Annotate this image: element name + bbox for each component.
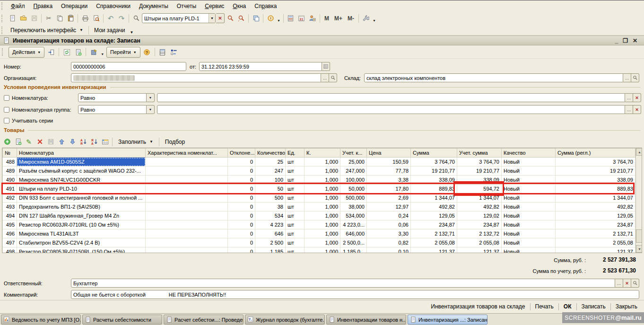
scroll-down-icon[interactable]: ▼	[636, 245, 642, 253]
table-cell[interactable]: шт	[286, 202, 305, 211]
calculator-icon[interactable]	[286, 13, 296, 24]
taskbar-item[interactable]: Расчет себестои...: Проведен	[164, 315, 244, 325]
taskbar-item[interactable]: Расчеты себестоимости	[82, 315, 162, 325]
table-cell[interactable]: шт	[286, 167, 305, 176]
footer-button-2[interactable]: Печать	[531, 302, 558, 311]
table-cell[interactable]: Новый	[502, 176, 556, 184]
table-cell[interactable]: 1,000	[305, 158, 340, 167]
info-icon[interactable]: i	[265, 13, 276, 24]
table-cell[interactable]: 2 055,08	[457, 238, 502, 247]
column-header[interactable]: Характеристика номенклат...	[146, 149, 228, 158]
checkbox-icon[interactable]	[4, 95, 9, 101]
table-cell[interactable]: 3 764,70	[411, 158, 457, 167]
table-cell[interactable]: 646	[255, 229, 286, 238]
ellipsis-button[interactable]: …	[623, 73, 631, 82]
edit-row-icon[interactable]: ✎	[24, 137, 34, 147]
column-header[interactable]: Учет. к...	[340, 149, 367, 158]
table-cell[interactable]: 889,83	[556, 184, 635, 193]
table-cell[interactable]: 234,87	[411, 220, 457, 229]
cut-icon[interactable]: ✂	[44, 13, 54, 24]
table-cell[interactable]: шт	[286, 193, 305, 202]
menu-item-6[interactable]: Отчеты	[173, 1, 200, 11]
clear-button[interactable]: ✕	[633, 105, 641, 114]
table-cell[interactable]: 534,000	[340, 211, 367, 220]
menu-item-4[interactable]: Справочники	[92, 1, 135, 11]
table-cell[interactable]: 646,000	[340, 229, 367, 238]
table-cell[interactable]: 889,83	[411, 184, 457, 193]
fill-grid-icon[interactable]	[100, 137, 110, 147]
table-cell[interactable]: 3 764,70	[457, 158, 502, 167]
table-cell[interactable]: 234,87	[556, 220, 635, 229]
memory-mminus-button[interactable]: M-	[345, 15, 357, 22]
table-cell[interactable]: 0	[228, 158, 255, 167]
warehouse-field[interactable]: склад электронных компонентов …	[364, 73, 639, 82]
table-cell[interactable]: Новый	[502, 167, 556, 176]
table-cell[interactable]: DIN 933 Болт с шестигранной головкой и п…	[17, 193, 146, 202]
add-copy-row-icon[interactable]	[13, 137, 23, 147]
open-icon[interactable]	[18, 13, 28, 24]
date-field[interactable]: 31.12.2016 23:59:59	[199, 62, 330, 71]
calendar-picker-button[interactable]	[322, 62, 330, 71]
table-cell[interactable]: 234,87	[457, 220, 502, 229]
taskbar-item[interactable]: Ведомость по учету МПЗ [О...	[1, 315, 81, 325]
column-header[interactable]: Количество	[255, 149, 286, 158]
table-cell[interactable]: 19 210,77	[457, 167, 502, 176]
table-cell[interactable]	[146, 176, 228, 184]
table-cell[interactable]: 3,38	[367, 176, 411, 184]
clear-button[interactable]: ✕	[623, 279, 631, 288]
menu-item-7[interactable]: Сервис	[200, 1, 228, 11]
table-cell[interactable]: 129,02	[457, 211, 502, 220]
table-row[interactable]: 492DIN 933 Болт с шестигранной головкой …	[3, 193, 635, 202]
goto-button[interactable]: Перейти ▼	[106, 47, 140, 58]
table-cell[interactable]: 1 185,0...	[340, 247, 367, 254]
table-cell[interactable]: 2 132,71	[411, 229, 457, 238]
table-cell[interactable]: 38	[255, 202, 286, 211]
table-cell[interactable]: 2 055,08	[411, 238, 457, 247]
table-cell[interactable]: 25,000	[340, 158, 367, 167]
table-cell[interactable]	[146, 211, 228, 220]
undo-icon[interactable]: ↶	[105, 13, 116, 24]
table-cell[interactable]: Микросхема AM1D-0505SZ	[17, 158, 146, 167]
chevron-down-icon[interactable]: ▼	[147, 93, 155, 102]
table-cell[interactable]: 1,000	[305, 229, 340, 238]
table-cell[interactable]: Новый	[502, 220, 556, 229]
condition-value-field[interactable]: … ✕	[157, 93, 641, 102]
table-cell[interactable]: 0	[228, 193, 255, 202]
table-row[interactable]: 497Стабилитрон BZV55-C2V4 (2.4 В)02 500ш…	[3, 238, 635, 247]
move-down-icon[interactable]	[67, 137, 78, 147]
table-cell[interactable]: 500,000	[340, 193, 367, 202]
search-input[interactable]: Штыри на плату PLD-1 ▼	[142, 13, 216, 23]
magnifier-button[interactable]	[631, 73, 639, 82]
chevron-down-icon[interactable]: ▼	[276, 19, 281, 22]
condition-checkbox-row[interactable]: Номенклатурная группа:	[4, 107, 71, 113]
table-cell[interactable]: 121,37	[457, 247, 502, 254]
table-cell[interactable]	[146, 184, 228, 193]
table-row[interactable]: 489Разъём съёмный корпус с защёлкой WAGO…	[3, 167, 635, 176]
delete-row-icon[interactable]	[35, 137, 45, 147]
find-icon[interactable]	[131, 13, 141, 24]
search-clear-button[interactable]: ✕	[216, 13, 225, 23]
table-cell[interactable]: 498	[3, 247, 17, 254]
menu-item-8[interactable]: Окна	[228, 1, 250, 11]
table-cell[interactable]: 1,000	[305, 193, 340, 202]
table-cell[interactable]: 2,69	[367, 193, 411, 202]
table-cell[interactable]	[146, 202, 228, 211]
table-cell[interactable]: 0,82	[367, 238, 411, 247]
save-icon[interactable]	[29, 13, 39, 24]
find-next-icon[interactable]	[225, 13, 235, 24]
table-cell[interactable]: 121,37	[556, 247, 635, 254]
condition-operator-select[interactable]: Равно ▼	[78, 105, 155, 114]
menu-item-9[interactable]: Справка	[250, 1, 281, 11]
scroll-up-icon[interactable]: ▲	[636, 148, 642, 156]
table-cell[interactable]: 3,30	[367, 229, 411, 238]
copy-icon[interactable]	[54, 13, 65, 24]
table-cell[interactable]: 19 210,77	[556, 167, 635, 176]
move-up-icon[interactable]	[56, 137, 67, 147]
series-checkbox-row[interactable]: Учитывать серии	[4, 118, 53, 123]
table-cell[interactable]: 121,37	[411, 247, 457, 254]
table-cell[interactable]: 129,05	[556, 211, 635, 220]
refresh-icon[interactable]	[61, 47, 72, 57]
post-document-icon[interactable]	[46, 47, 56, 57]
add-row-icon[interactable]	[2, 137, 12, 147]
sort-asc-icon[interactable]: АЯ	[78, 137, 88, 147]
